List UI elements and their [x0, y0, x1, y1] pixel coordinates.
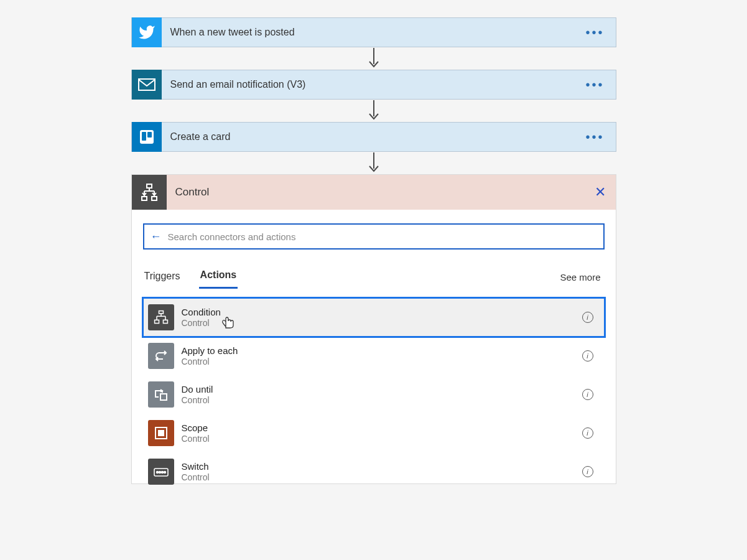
flow-step-email[interactable]: Send an email notification (V3) ••• — [131, 70, 616, 100]
tab-triggers[interactable]: Triggers — [143, 267, 182, 288]
action-sub: Control — [182, 434, 582, 444]
action-sub: Control — [182, 318, 582, 329]
info-icon[interactable]: i — [582, 389, 593, 400]
action-name: Scope — [182, 422, 582, 434]
panel-header: Control ✕ — [132, 175, 616, 210]
action-name: Do until — [182, 384, 582, 395]
action-condition[interactable]: Condition Control i — [143, 298, 605, 337]
step-menu-button[interactable]: ••• — [574, 28, 615, 37]
action-name: Condition — [182, 307, 582, 318]
info-icon[interactable]: i — [582, 427, 593, 439]
svg-rect-4 — [142, 132, 146, 141]
svg-point-28 — [164, 472, 165, 474]
twitter-icon — [132, 17, 162, 47]
step-menu-button[interactable]: ••• — [574, 80, 615, 89]
svg-point-25 — [156, 472, 158, 474]
info-icon[interactable]: i — [582, 350, 593, 362]
action-sub: Control — [182, 395, 582, 406]
close-icon[interactable]: ✕ — [585, 184, 616, 200]
back-arrow-icon[interactable]: ← — [151, 230, 165, 243]
svg-point-27 — [161, 472, 163, 474]
svg-rect-19 — [154, 320, 159, 323]
svg-rect-21 — [160, 394, 167, 400]
step-menu-button[interactable]: ••• — [574, 133, 615, 141]
flow-step-title: When a new tweet is posted — [162, 27, 575, 38]
action-name: Apply to each — [182, 345, 582, 357]
trello-icon — [132, 122, 162, 152]
action-scope[interactable]: Scope Control i — [143, 414, 605, 452]
mail-icon — [132, 70, 162, 100]
svg-rect-12 — [142, 197, 147, 200]
do-until-icon — [148, 381, 174, 408]
tab-actions[interactable]: Actions — [199, 266, 238, 289]
svg-rect-5 — [147, 132, 152, 138]
condition-icon — [148, 304, 174, 330]
svg-rect-13 — [152, 197, 157, 200]
action-name: Switch — [182, 461, 582, 472]
info-icon[interactable]: i — [582, 466, 593, 477]
connector-arrow-icon — [368, 100, 380, 122]
action-sub: Control — [182, 357, 582, 367]
flow-step-twitter[interactable]: When a new tweet is posted ••• — [131, 17, 616, 47]
see-more-link[interactable]: See more — [560, 272, 604, 282]
panel-title: Control — [167, 186, 585, 198]
switch-icon — [148, 459, 174, 485]
action-apply-to-each[interactable]: Apply to each Control i — [143, 337, 605, 375]
connector-arrow-icon — [368, 152, 380, 174]
apply-to-each-icon — [148, 343, 174, 369]
svg-rect-7 — [147, 184, 152, 188]
svg-rect-14 — [159, 311, 163, 314]
control-panel: Control ✕ ← Triggers Actions See more — [131, 174, 616, 484]
svg-rect-20 — [163, 320, 167, 323]
svg-rect-1 — [139, 79, 155, 90]
control-icon — [132, 175, 167, 210]
flow-step-trello[interactable]: Create a card ••• — [131, 122, 616, 152]
svg-point-26 — [159, 472, 160, 474]
connector-arrow-icon — [368, 47, 380, 70]
info-icon[interactable]: i — [582, 312, 593, 323]
search-input[interactable] — [165, 231, 597, 242]
action-do-until[interactable]: Do until Control i — [143, 375, 605, 414]
svg-rect-23 — [159, 431, 164, 436]
flow-step-title: Send an email notification (V3) — [162, 79, 575, 90]
flow-step-title: Create a card — [162, 131, 575, 142]
action-switch[interactable]: Switch Control i — [143, 452, 605, 491]
search-bar[interactable]: ← — [143, 223, 605, 250]
action-sub: Control — [182, 472, 582, 483]
scope-icon — [148, 420, 174, 446]
